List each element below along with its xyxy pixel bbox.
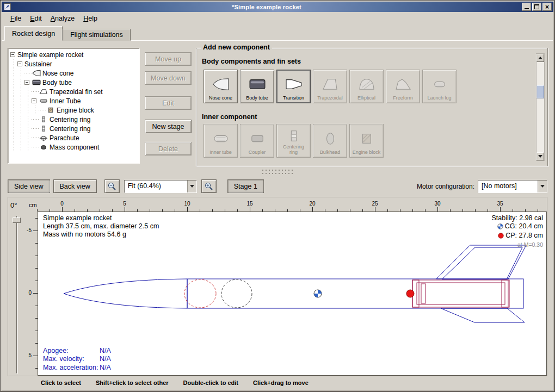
component-button-bulkhead: Bulkhead [313, 124, 347, 158]
component-button-label: Centering ring [280, 145, 308, 155]
zoom-out-button[interactable] [104, 179, 120, 193]
edit-button: Edit [145, 96, 192, 110]
stage-1-toggle[interactable]: Stage 1 [227, 179, 264, 193]
menu-help[interactable]: Help [79, 13, 101, 24]
back-view-button[interactable]: Back view [53, 179, 97, 193]
component-button-trapezoidal: Trapezoidal [313, 70, 347, 103]
tree-item-label: Inner Tube [50, 97, 81, 105]
tab-flight-simulations[interactable]: Flight simulations [63, 29, 131, 41]
tree-guide [10, 87, 17, 96]
flight-data-row: Apogee:N/A [43, 347, 111, 356]
tree-item-mass-component[interactable]: Mass component [8, 142, 139, 152]
zoom-in-icon [204, 182, 213, 191]
app-icon[interactable] [3, 3, 11, 11]
tree-item-sustainer[interactable]: Sustainer [8, 59, 139, 69]
component-button-label: Engine block [353, 150, 381, 155]
ruler-tick [250, 207, 250, 211]
tree-guide [10, 59, 17, 69]
rocket-name: Simple example rocket [43, 214, 159, 222]
tree-item-inner-tube[interactable]: Inner Tube [8, 96, 139, 105]
tree-item-label: Trapezoidal fin set [50, 88, 103, 96]
tree-item-label: Centering ring [50, 116, 90, 123]
rocket-info: Simple example rocket Length 37.5 cm, ma… [43, 214, 159, 239]
tree-guide [24, 96, 32, 105]
application-window: { "window": { "title": "*Simple example … [0, 0, 555, 392]
motor-config-select[interactable]: [No motors] [478, 180, 547, 193]
ruler-label: 30 [432, 201, 443, 207]
tree-item-centering-ring[interactable]: Centering ring [8, 115, 139, 124]
tab-rocket-design[interactable]: Rocket design [4, 26, 63, 41]
parachute-icon [39, 134, 48, 141]
tree-guide [10, 142, 17, 152]
tree-item-engine-block[interactable]: Engine block [8, 105, 139, 115]
side-view-button[interactable]: Side view [8, 179, 50, 193]
ruler-tick [33, 293, 38, 294]
tree-guide [17, 133, 24, 142]
tree-expander[interactable] [10, 52, 15, 57]
scroll-down-button[interactable] [536, 152, 544, 160]
component-scrollbar[interactable] [536, 53, 545, 161]
section-title-inner-component: Inner component [202, 113, 257, 121]
maximize-button[interactable] [532, 3, 541, 11]
flight-data-row: Max. velocity:N/A [43, 355, 111, 364]
ruler-tick [125, 207, 125, 211]
component-button-label: Elliptical [357, 96, 375, 101]
title-bar[interactable]: *Simple example rocket × [2, 2, 553, 12]
splitter-handle[interactable] [0, 167, 555, 177]
scrollbar-thumb[interactable] [536, 85, 544, 98]
ruler-label: 35 [495, 201, 505, 207]
tree-connector [32, 115, 39, 124]
tree-expander[interactable] [24, 80, 29, 85]
close-button[interactable]: × [542, 3, 552, 11]
component-button-engine-block: Engine block [349, 124, 384, 158]
cp-icon [498, 233, 504, 241]
coupler-icon [248, 127, 267, 150]
scroll-up-button[interactable] [536, 54, 544, 62]
menu-analyze[interactable]: Analyze [47, 13, 78, 24]
zoom-select[interactable]: Fit (60.4%) [124, 180, 197, 193]
zoom-out-icon [107, 182, 116, 191]
add-component-title: Add new component [201, 43, 272, 51]
design-canvas[interactable]: Simple example rocket Length 37.5 cm, ma… [38, 211, 547, 376]
tree-expander[interactable] [17, 61, 22, 66]
component-row: Nose coneBody tubeTransitionTrapezoidalE… [203, 70, 457, 103]
tree-item-simple-example-rocket[interactable]: Simple example rocket [8, 50, 139, 59]
tree-item-centering-ring[interactable]: Centering ring [8, 124, 139, 133]
ruler-tick [33, 231, 38, 231]
menu-edit[interactable]: Edit [26, 13, 46, 24]
component-button-nose-cone[interactable]: Nose cone [203, 70, 238, 103]
new-stage-button[interactable]: New stage [145, 120, 192, 133]
flight-data-value: N/A [100, 355, 111, 363]
component-button-centering-ring: Centering ring [276, 124, 311, 158]
bulkhead-icon [321, 127, 340, 150]
tree-guide [10, 115, 17, 124]
tree-expander[interactable] [32, 98, 36, 103]
tree-item-nose-cone[interactable]: Nose cone [8, 69, 139, 78]
dropdown-arrow-icon[interactable] [187, 181, 196, 192]
fin-elliptical-icon [357, 73, 376, 96]
dropdown-arrow-icon[interactable] [538, 181, 547, 192]
tree-item-label: Simple example rocket [17, 51, 83, 59]
cp-value: CP: 27.8 cm [505, 232, 543, 239]
component-button-label: Inner tube [209, 150, 232, 155]
ruler-tick [375, 207, 375, 211]
menu-file[interactable]: File [7, 13, 25, 24]
window-title: *Simple example rocket [11, 4, 522, 10]
body-tube-icon [32, 79, 41, 86]
minimize-button[interactable] [522, 3, 531, 11]
zoom-in-button[interactable] [201, 179, 217, 193]
tree-item-trapezoidal-fin-set[interactable]: Trapezoidal fin set [8, 87, 139, 96]
tree-guide [24, 87, 32, 96]
tree-item-parachute[interactable]: Parachute [8, 133, 139, 142]
tree-connector [32, 133, 39, 142]
motor-config-value: [No motors] [478, 181, 538, 192]
tree-item-body-tube[interactable]: Body tube [8, 78, 139, 87]
tree-guide [17, 69, 24, 78]
component-button-coupler: Coupler [240, 124, 274, 158]
maximize-icon [534, 4, 539, 9]
arrow-down-icon [538, 155, 542, 158]
component-button-freeform: Freeform [386, 70, 420, 103]
component-button-body-tube[interactable]: Body tube [240, 70, 274, 103]
tree-guide [17, 78, 24, 87]
component-button-transition[interactable]: Transition [276, 70, 311, 103]
